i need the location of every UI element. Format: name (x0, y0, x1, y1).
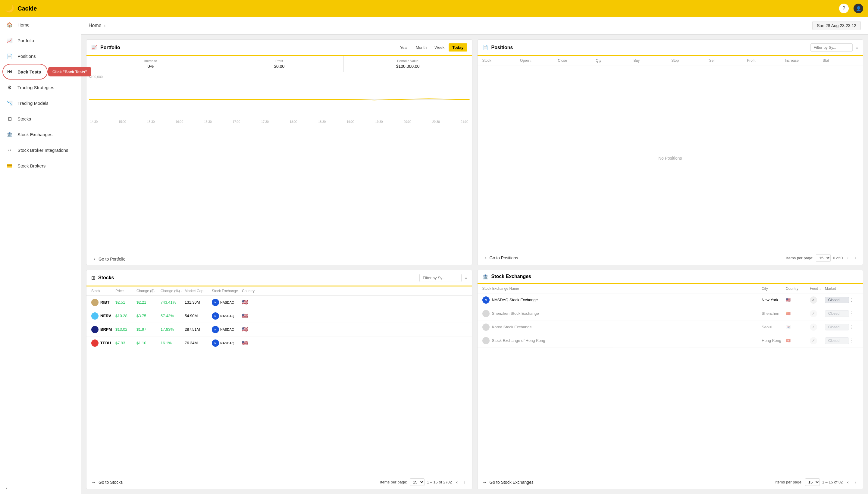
dashboard-grid: 📈 Portfolio Year Month Week Today Increa… (81, 35, 868, 494)
exchange-menu-shenzhen[interactable]: ⋮ (849, 310, 858, 316)
exchange-country-korea: 🇰🇷 (786, 325, 810, 329)
exchanges-next-btn[interactable]: › (853, 479, 858, 486)
tab-month[interactable]: Month (412, 43, 430, 52)
exchange-avatar-hk (483, 337, 490, 344)
goto-exchanges-arrow: → (483, 479, 487, 485)
sidebar-item-stock-brokers[interactable]: 💳 Stock Brokers (0, 158, 81, 173)
tab-today[interactable]: Today (449, 43, 467, 52)
sidebar-item-portfolio[interactable]: 📈 Portfolio (0, 33, 81, 48)
exchange-menu-hk[interactable]: ⋮ (849, 338, 858, 343)
sidebar-item-trading-models[interactable]: 📉 Trading Models (0, 95, 81, 111)
stock-avatar-brpm (91, 326, 98, 333)
exchanges-table: Stock Exchange Name City Country Feed ↓ … (477, 284, 863, 475)
col-change-p: Change (%) ↓ (161, 289, 185, 293)
col-buy: Buy (634, 58, 669, 63)
stocks-card-icon: ⊞ (91, 275, 95, 281)
stocks-page-info: 1 – 15 of 2702 (427, 480, 452, 484)
stocks-per-page-select[interactable]: 15 (410, 478, 424, 486)
nasdaq-badge-3: N (212, 326, 219, 333)
stocks-table: Stock Price Change ($) Change (%) ↓ Mark… (87, 286, 472, 475)
stock-exchange-brpm: N NASDAQ (212, 326, 242, 333)
sidebar-collapse-btn[interactable]: ‹ (0, 482, 81, 494)
col-exchange-name: Stock Exchange Name (483, 286, 762, 291)
goto-positions-btn[interactable]: → Go to Positions (483, 255, 518, 261)
exchanges-prev-btn[interactable]: ‹ (845, 479, 850, 486)
positions-card: 📄 Positions ≡ Stock Open ↓ Close Qty Buy… (477, 39, 864, 265)
user-avatar[interactable]: 👤 (853, 4, 863, 13)
stocks-items-per-page-label: Items per page: (380, 480, 407, 484)
goto-exchanges-btn[interactable]: → Go to Stock Exchanges (483, 479, 533, 485)
stock-ticker-ribt: RIBT (91, 299, 115, 306)
positions-next-btn[interactable]: › (853, 254, 858, 261)
logo-icon: 🌙 (5, 4, 15, 13)
stocks-filter-icon[interactable]: ≡ (465, 275, 467, 280)
col-close: Close (558, 58, 593, 63)
goto-portfolio-label: Go to Portfolio (98, 256, 126, 262)
stocks-pagination: Items per page: 15 1 – 15 of 2702 ‹ › (380, 478, 467, 486)
chart-svg (89, 80, 470, 119)
sidebar-item-stocks[interactable]: ⊞ Stocks (0, 111, 81, 127)
positions-filter-icon[interactable]: ≡ (856, 45, 858, 50)
sidebar-item-positions[interactable]: 📄 Positions (0, 48, 81, 64)
goto-positions-label: Go to Positions (490, 255, 518, 260)
positions-prev-btn[interactable]: ‹ (845, 254, 850, 261)
goto-stocks-btn[interactable]: → Go to Stocks (91, 479, 122, 485)
stocks-table-header: Stock Price Change ($) Change (%) ↓ Mark… (87, 286, 472, 296)
positions-per-page-select[interactable]: 15 (816, 254, 831, 262)
portfolio-icon: 📈 (6, 37, 13, 44)
exchange-name-hk: Stock Exchange of Hong Kong (483, 337, 762, 344)
stat-increase-label: Increase (91, 59, 210, 63)
exchange-feed-shenzhen: ✗ (810, 310, 817, 317)
exchange-city-shenzhen: Shenzhen (762, 311, 786, 316)
stock-changed-nerv: $3.75 (136, 314, 161, 318)
goto-positions-arrow: → (483, 255, 487, 261)
trading-models-icon: 📉 (6, 99, 13, 107)
stock-price-ribt: $2.51 (115, 300, 136, 305)
stock-brokers-icon: 💳 (6, 162, 13, 169)
stock-ticker-brpm: BRPM (91, 326, 115, 333)
exchange-city-nasdaq: New York (762, 298, 786, 302)
exchange-name-shenzhen: Shenzhen Stock Exchange (483, 310, 762, 317)
stock-flag-brpm: 🇺🇸 (242, 326, 263, 332)
sidebar-item-trading-strategies[interactable]: ⚙ Trading Strategies (0, 79, 81, 95)
exchange-feed-korea: ✗ (810, 324, 817, 331)
goto-stocks-label: Go to Stocks (98, 480, 122, 484)
sidebar-item-stock-broker-integrations[interactable]: ↔ Stock Broker Integrations (0, 142, 81, 158)
sidebar-item-stock-exchanges[interactable]: 🏦 Stock Exchanges (0, 127, 81, 142)
sidebar-item-back-tests[interactable]: ⏮ Back Tests Click "Back Tests" (0, 64, 81, 79)
exchange-name-nasdaq: N NASDAQ Stock Exchange (483, 297, 762, 304)
stocks-prev-btn[interactable]: ‹ (454, 479, 459, 486)
exchange-menu-korea[interactable]: ⋮ (849, 324, 858, 330)
exchanges-per-page-select[interactable]: 15 (805, 478, 820, 486)
positions-table-header: Stock Open ↓ Close Qty Buy Stop Sell Pro… (477, 56, 863, 65)
col-sell: Sell (709, 58, 745, 63)
stocks-next-btn[interactable]: › (462, 479, 467, 486)
positions-no-data: No Positions (477, 65, 863, 251)
portfolio-card: 📈 Portfolio Year Month Week Today Increa… (86, 39, 472, 265)
stock-changep-nerv: 57.43% (161, 314, 185, 318)
exchange-menu-nasdaq[interactable]: ⋮ (849, 297, 858, 303)
stocks-icon: ⊞ (6, 115, 13, 122)
stock-avatar-tedu (91, 340, 98, 347)
help-icon[interactable]: ? (839, 4, 849, 13)
exchange-country-nasdaq: 🇺🇸 (786, 298, 810, 302)
col-stock: Stock (91, 289, 115, 293)
positions-card-title: Positions (491, 45, 808, 50)
sidebar-label-stock-brokers: Stock Brokers (17, 163, 45, 168)
nasdaq-badge-2: N (212, 312, 219, 320)
tab-week[interactable]: Week (431, 43, 448, 52)
sidebar-item-home[interactable]: 🏠 Home (0, 17, 81, 33)
positions-filter-input[interactable] (810, 43, 853, 52)
positions-pagination: Items per page: 15 0 of 0 ‹ › (786, 254, 858, 262)
stocks-filter-input[interactable] (419, 274, 461, 282)
stat-portfolio-value: Portfolio Value $100,000.00 (344, 56, 472, 72)
exchange-avatar-nasdaq: N (483, 297, 490, 304)
back-tests-icon: ⏮ (6, 68, 13, 75)
exchange-market-hk: Closed (825, 337, 849, 344)
stock-flag-ribt: 🇺🇸 (242, 299, 263, 305)
logo[interactable]: 🌙 Cackle (5, 4, 37, 13)
goto-portfolio-btn[interactable]: → Go to Portfolio (91, 256, 126, 262)
exchange-name-korea: Korea Stock Exchange (483, 324, 762, 331)
tab-year[interactable]: Year (396, 43, 412, 52)
sidebar-label-home: Home (17, 22, 30, 27)
